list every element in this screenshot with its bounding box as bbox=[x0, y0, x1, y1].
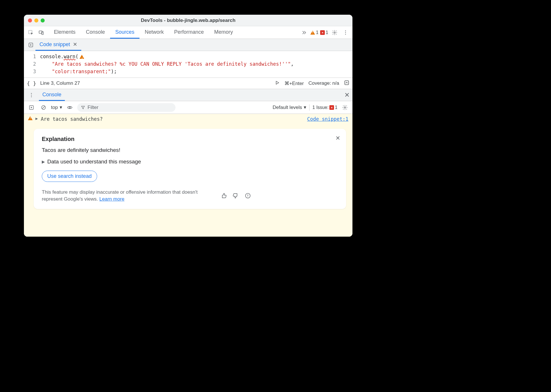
tab-elements[interactable]: Elements bbox=[49, 26, 81, 39]
code-line: "Are tacos sandwiches? %c YOU CAN ONLY R… bbox=[40, 60, 294, 68]
svg-point-11 bbox=[31, 96, 32, 97]
run-shortcut: ⌘+Enter bbox=[284, 80, 304, 86]
show-debugger-icon[interactable] bbox=[344, 80, 350, 87]
disclosure-triangle-icon: ▶ bbox=[42, 159, 45, 164]
context-label: top bbox=[51, 105, 58, 110]
drawer-kebab-icon[interactable] bbox=[27, 91, 36, 100]
code-content[interactable]: console.warn( "Are tacos sandwiches? %c … bbox=[40, 53, 294, 75]
filter-placeholder: Filter bbox=[88, 105, 99, 110]
svg-point-14 bbox=[69, 107, 70, 108]
filter-funnel-icon bbox=[81, 105, 85, 110]
editor-tabstrip: Code snippet ✕ bbox=[24, 39, 352, 51]
drawer-tab-console[interactable]: Console bbox=[39, 89, 65, 101]
card-footer: This feature may display inaccurate or o… bbox=[42, 189, 338, 203]
inline-warning-icon[interactable] bbox=[80, 55, 84, 59]
console-sidebar-toggle-icon[interactable] bbox=[27, 103, 36, 112]
window-controls bbox=[24, 18, 45, 22]
minimize-window-button[interactable] bbox=[34, 18, 38, 22]
line-number: 1 bbox=[24, 53, 36, 60]
execution-context-selector[interactable]: top ▾ bbox=[51, 104, 62, 110]
svg-point-9 bbox=[31, 93, 32, 94]
live-expression-icon[interactable] bbox=[65, 103, 74, 112]
issues-button[interactable]: 1 Issue: × 1 bbox=[312, 105, 337, 110]
pretty-print-icon[interactable]: { } bbox=[27, 80, 36, 86]
close-tab-icon[interactable]: ✕ bbox=[73, 41, 77, 48]
explanation-card: ✕ Explanation Tacos are definitely sandw… bbox=[34, 129, 346, 209]
issues-label: 1 Issue: bbox=[312, 105, 329, 110]
card-disclaimer: This feature may display inaccurate or o… bbox=[42, 189, 215, 203]
more-tabs-icon[interactable] bbox=[299, 28, 309, 37]
warning-triangle-icon bbox=[310, 31, 315, 35]
svg-point-18 bbox=[248, 197, 248, 197]
devtools-window: DevTools - bubble-jingle.web.app/search … bbox=[24, 15, 352, 237]
close-card-icon[interactable]: ✕ bbox=[335, 135, 340, 142]
line-number: 2 bbox=[24, 60, 36, 68]
issues-count: 1 bbox=[335, 105, 337, 110]
thumbs-up-icon[interactable] bbox=[220, 193, 227, 199]
card-expand-label: Data used to understand this message bbox=[47, 159, 141, 165]
coverage-label: Coverage: n/a bbox=[308, 80, 339, 86]
zoom-window-button[interactable] bbox=[41, 18, 45, 22]
chevron-down-icon: ▾ bbox=[304, 104, 306, 110]
tab-memory[interactable]: Memory bbox=[209, 26, 238, 39]
window-title: DevTools - bubble-jingle.web.app/search bbox=[24, 18, 352, 23]
panel-tabs: Elements Console Sources Network Perform… bbox=[49, 26, 238, 39]
svg-rect-8 bbox=[345, 81, 348, 84]
show-navigator-icon[interactable] bbox=[26, 40, 35, 50]
drawer-tabbar: Console ✕ bbox=[24, 89, 352, 101]
use-search-instead-chip[interactable]: Use search instead bbox=[42, 171, 97, 182]
errors-count: 1 bbox=[326, 30, 328, 35]
code-line: "color:transparent;"); bbox=[40, 68, 294, 75]
code-line: console.warn( bbox=[40, 53, 294, 60]
svg-point-5 bbox=[345, 32, 346, 33]
cursor-position: Line 3, Column 27 bbox=[40, 80, 80, 86]
clear-console-icon[interactable] bbox=[39, 103, 48, 112]
learn-more-link[interactable]: Learn more bbox=[99, 196, 124, 202]
card-expand-row[interactable]: ▶ Data used to understand this message bbox=[42, 159, 338, 165]
report-issue-icon[interactable] bbox=[245, 193, 251, 199]
tab-sources[interactable]: Sources bbox=[110, 26, 139, 39]
thumbs-down-icon[interactable] bbox=[233, 193, 239, 199]
console-toolbar: top ▾ Filter Default levels ▾ 1 Issue: ×… bbox=[24, 101, 352, 114]
editor-statusbar: { } Line 3, Column 27 ⌘+Enter Coverage: … bbox=[24, 78, 352, 89]
device-toolbar-icon[interactable] bbox=[37, 28, 46, 37]
file-tab-code-snippet[interactable]: Code snippet ✕ bbox=[35, 39, 81, 51]
console-output: ▶ Are tacos sandwiches? Code snippet:1 ✕… bbox=[24, 114, 352, 237]
line-number: 3 bbox=[24, 68, 36, 75]
console-source-link[interactable]: Code snippet:1 bbox=[307, 116, 348, 122]
warnings-count: 1 bbox=[316, 30, 318, 35]
console-message-text: Are tacos sandwiches? bbox=[41, 116, 103, 122]
error-square-icon: × bbox=[329, 105, 334, 110]
svg-point-15 bbox=[344, 107, 346, 108]
tab-network[interactable]: Network bbox=[139, 26, 169, 39]
tab-performance[interactable]: Performance bbox=[169, 26, 209, 39]
error-square-icon: × bbox=[320, 30, 325, 35]
console-settings-gear-icon[interactable] bbox=[340, 103, 350, 112]
disclosure-triangle-icon[interactable]: ▶ bbox=[35, 116, 38, 121]
errors-badge[interactable]: × 1 bbox=[320, 30, 328, 35]
warnings-badge[interactable]: 1 bbox=[310, 30, 318, 35]
levels-label: Default levels bbox=[273, 105, 302, 110]
titlebar: DevTools - bubble-jingle.web.app/search bbox=[24, 15, 352, 26]
file-tab-label: Code snippet bbox=[39, 42, 70, 48]
settings-gear-icon[interactable] bbox=[330, 28, 339, 37]
chevron-down-icon: ▾ bbox=[60, 104, 62, 110]
svg-rect-2 bbox=[42, 31, 44, 34]
svg-point-4 bbox=[345, 30, 346, 31]
tab-console[interactable]: Console bbox=[81, 26, 110, 39]
main-toolbar: Elements Console Sources Network Perform… bbox=[24, 26, 352, 39]
filter-input[interactable]: Filter bbox=[77, 103, 176, 112]
warning-triangle-icon bbox=[28, 116, 33, 120]
svg-point-6 bbox=[345, 34, 346, 35]
console-message-row[interactable]: ▶ Are tacos sandwiches? Code snippet:1 bbox=[24, 114, 352, 124]
code-editor[interactable]: 1 2 3 console.warn( "Are tacos sandwiche… bbox=[24, 51, 352, 78]
close-drawer-icon[interactable]: ✕ bbox=[344, 91, 350, 99]
inspect-element-icon[interactable] bbox=[26, 28, 35, 37]
run-snippet-icon[interactable] bbox=[275, 80, 280, 87]
svg-point-10 bbox=[31, 95, 32, 95]
svg-point-3 bbox=[334, 32, 335, 33]
line-gutter: 1 2 3 bbox=[24, 53, 40, 75]
kebab-menu-icon[interactable] bbox=[341, 28, 350, 37]
log-levels-selector[interactable]: Default levels ▾ bbox=[273, 104, 306, 110]
close-window-button[interactable] bbox=[28, 18, 32, 22]
